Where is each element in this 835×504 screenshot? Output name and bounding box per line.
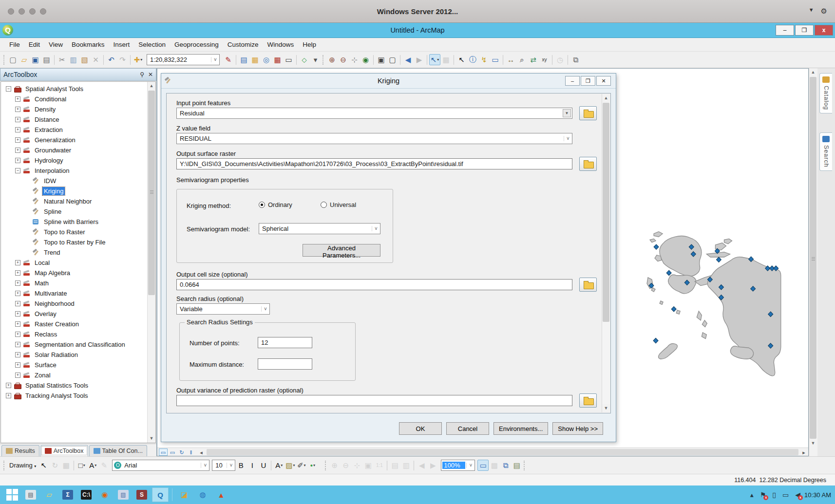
chevron-down-icon[interactable]: ˅ — [227, 463, 235, 468]
scrollbar-thumb[interactable] — [603, 103, 609, 322]
html-popup-icon[interactable]: ▭ — [490, 54, 501, 65]
tree-item-label[interactable]: Math — [33, 279, 50, 287]
help-book-icon[interactable]: S — [133, 487, 150, 502]
expand-icon[interactable]: + — [15, 301, 20, 306]
tree-item-overlay[interactable]: +Overlay — [2, 309, 155, 319]
maximum-distance-input[interactable] — [258, 358, 312, 370]
pan-page-icon[interactable]: ⊹ — [351, 460, 362, 471]
collapse-icon[interactable]: − — [15, 168, 20, 173]
fixed-zoom-in-page-icon[interactable]: ▤ — [389, 460, 400, 471]
italic-icon[interactable]: I — [247, 460, 258, 471]
refresh-view-icon[interactable]: ↻ — [177, 448, 186, 456]
toolbar-grip[interactable] — [524, 461, 526, 470]
full-extent-icon[interactable]: ◉ — [360, 54, 371, 65]
scroll-down-icon[interactable]: ▼ — [148, 434, 155, 443]
hidden-icons-chevron[interactable]: ▴ — [750, 491, 754, 499]
save-icon[interactable]: ▣ — [30, 54, 41, 65]
scroll-down-icon[interactable]: ▼ — [602, 404, 610, 412]
zoom-out-page-icon[interactable]: ⊖ — [340, 460, 351, 471]
change-layout-icon[interactable]: ⧉ — [500, 460, 511, 471]
universal-radio[interactable]: Universal — [321, 201, 356, 208]
tree-item-idw[interactable]: IDW — [2, 176, 155, 186]
underline-icon[interactable]: U — [258, 460, 269, 471]
menu-windows[interactable]: Windows — [263, 39, 299, 50]
chevron-down-icon[interactable]: ˅ — [201, 463, 209, 468]
semivariogram-model-combobox[interactable]: Spherical ˅ — [259, 223, 380, 234]
go-back-extent-icon[interactable]: ◀ — [402, 54, 414, 65]
menu-view[interactable]: View — [44, 39, 67, 50]
focus-data-frame-icon[interactable]: ▩ — [489, 460, 500, 471]
expand-icon[interactable]: + — [15, 332, 20, 337]
data-view-icon[interactable]: ▭ — [159, 448, 168, 456]
tree-item-label[interactable]: Topo to Raster by File — [42, 238, 107, 246]
fixed-zoom-in-icon[interactable]: ▣ — [376, 54, 387, 65]
expand-icon[interactable]: + — [15, 352, 20, 357]
tree-item-label[interactable]: Multivariate — [33, 289, 68, 298]
tree-item-label[interactable]: Surface — [33, 361, 58, 369]
zoom-100-icon[interactable]: 1:1 — [374, 460, 385, 471]
expand-icon[interactable]: + — [15, 321, 20, 327]
collapse-icon[interactable]: − — [6, 86, 11, 92]
line-color-icon[interactable]: ✐▾ — [296, 460, 307, 471]
cancel-button[interactable]: Cancel — [446, 422, 489, 435]
search-window-icon[interactable]: ◎ — [261, 54, 272, 65]
rectangle-tool-icon[interactable]: □▾ — [76, 460, 87, 471]
arcmap-taskbar-icon[interactable]: Q — [152, 487, 169, 502]
minimize-button[interactable]: – — [776, 25, 794, 36]
tree-item-label[interactable]: IDW — [42, 177, 57, 185]
matlab-icon[interactable]: ▲ — [213, 487, 229, 502]
tree-item-label[interactable]: Density — [33, 105, 57, 113]
tree-item-spatial-analyst-tools[interactable]: −Spatial Analyst Tools — [2, 84, 155, 94]
tree-item-label[interactable]: Topo to Raster — [42, 228, 87, 236]
marker-color-icon[interactable]: •▾ — [307, 460, 318, 471]
tree-item-surface[interactable]: +Surface — [2, 360, 155, 370]
menu-file[interactable]: File — [5, 39, 24, 50]
zoom-in-icon[interactable]: ⊕ — [326, 54, 338, 65]
pause-drawing-icon[interactable]: ‖ — [187, 448, 195, 456]
menu-insert[interactable]: Insert — [109, 39, 134, 50]
scroll-left-icon[interactable]: ◂ — [197, 448, 206, 456]
panel-tab-table-of-con-[interactable]: Table Of Con... — [89, 445, 147, 456]
network-icon[interactable]: ▭ — [782, 491, 789, 499]
tree-item-math[interactable]: +Math — [2, 278, 155, 288]
table-of-contents-icon[interactable]: ▤ — [238, 54, 249, 65]
tree-item-topo-to-raster-by-file[interactable]: Topo to Raster by File — [2, 237, 155, 247]
tree-item-interpolation[interactable]: −Interpolation — [2, 166, 155, 176]
dialog-titlebar[interactable]: Kriging – ❐ ✕ — [161, 74, 616, 89]
drawing-menu-button[interactable]: Drawing ▾ — [7, 462, 38, 469]
tree-item-label[interactable]: Neighborhood — [33, 299, 76, 308]
tree-item-spline-with-barriers[interactable]: Spline with Barriers — [2, 217, 155, 227]
expand-icon[interactable]: + — [15, 342, 20, 347]
browse-cell-size-button[interactable] — [579, 278, 597, 292]
tree-item-multivariate[interactable]: +Multivariate — [2, 288, 155, 299]
z-value-field-combobox[interactable]: RESIDUAL ˅ — [176, 133, 572, 144]
restore-button[interactable]: ❐ — [795, 25, 814, 36]
map-vertical-scrollbar[interactable]: ▲ ▼ — [809, 68, 817, 456]
tree-item-extraction[interactable]: +Extraction — [2, 125, 155, 135]
tree-item-label[interactable]: Spline — [42, 207, 63, 216]
radio-unselected-icon[interactable] — [321, 202, 327, 208]
menu-help[interactable]: Help — [298, 39, 321, 50]
dialog-minimize-button[interactable]: – — [565, 76, 580, 86]
output-surface-raster-input[interactable]: Y:\IDN_GIS\03_Documents\Activities\Mapat… — [176, 158, 572, 169]
tree-item-neighborhood[interactable]: +Neighborhood — [2, 299, 155, 309]
tree-item-density[interactable]: +Density — [2, 104, 155, 114]
delete-icon[interactable]: ✕ — [90, 54, 101, 65]
fixed-zoom-out-page-icon[interactable]: ▥ — [400, 460, 412, 471]
zoom-in-page-icon[interactable]: ⊕ — [329, 460, 340, 471]
tree-item-label[interactable]: Generalization — [33, 136, 77, 144]
toolbar-grip[interactable] — [323, 55, 325, 65]
chevron-down-icon[interactable]: ˅ — [261, 306, 269, 312]
expand-icon[interactable]: + — [15, 311, 20, 317]
output-variance-input[interactable] — [176, 395, 572, 406]
server-manager-icon[interactable]: ▤ — [22, 487, 39, 502]
menu-selection[interactable]: Selection — [134, 39, 170, 50]
tree-item-label[interactable]: Interpolation — [33, 167, 71, 175]
tree-item-label[interactable]: Zonal — [33, 371, 52, 379]
print-icon[interactable]: ▤ — [41, 54, 52, 65]
ordinary-radio[interactable]: Ordinary — [259, 201, 292, 208]
tree-item-label[interactable]: Raster Creation — [33, 320, 80, 328]
expand-icon[interactable]: + — [15, 291, 20, 296]
panel-tab-arctoolbox[interactable]: ArcToolbox — [40, 445, 88, 456]
chevron-down-icon[interactable]: ˅ — [211, 57, 219, 62]
